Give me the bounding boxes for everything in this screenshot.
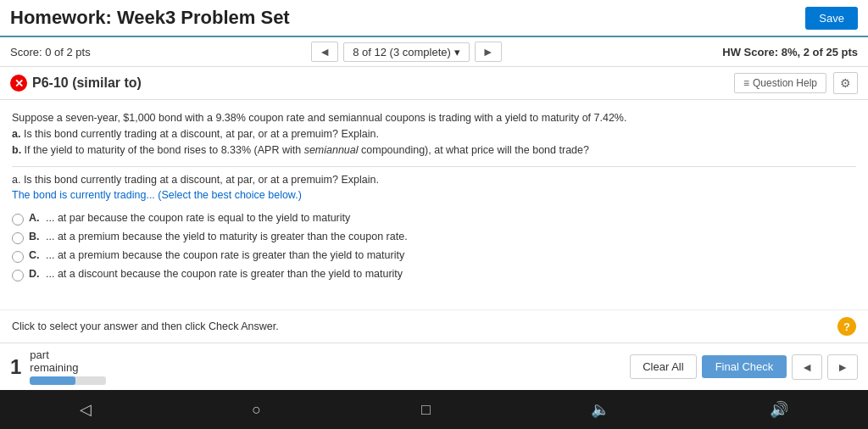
hw-score: HW Score: 8%, 2 of 25 pts xyxy=(722,46,858,58)
hw-score-label: HW Score: xyxy=(722,46,778,58)
page-title: Homework: Week3 Problem Set xyxy=(10,7,290,29)
list-icon: ≡ xyxy=(743,77,749,89)
part-number: 1 xyxy=(10,355,21,379)
main-content: Suppose a seven-year, $1,000 bond with a… xyxy=(0,100,868,309)
question-id: ✕ P6-10 (similar to) xyxy=(10,75,142,92)
remaining-word: remaining xyxy=(30,361,78,374)
intro-text: Suppose a seven-year, $1,000 bond with a… xyxy=(12,112,626,124)
save-button[interactable]: Save xyxy=(805,7,858,30)
question-nav: ◄ 8 of 12 (3 complete) ▾ ► xyxy=(311,42,501,62)
radio-d[interactable] xyxy=(12,270,24,281)
part-b-text: If the yield to maturity of the bond ris… xyxy=(25,144,589,156)
android-nav-bar: ◁ ○ □ 🔈 🔊 xyxy=(0,390,868,429)
option-c-letter: C. xyxy=(29,249,41,261)
part-a-text: Is this bond currently trading at a disc… xyxy=(24,128,379,140)
error-icon: ✕ xyxy=(10,75,27,92)
help-icon[interactable]: ? xyxy=(837,317,856,336)
footer-bar: 1 part remaining Clear All Final Check ◄… xyxy=(0,343,868,390)
android-vol-down-button[interactable]: 🔈 xyxy=(574,397,626,422)
question-help-button[interactable]: ≡ Question Help xyxy=(734,73,826,93)
part-a-question: a. Is this bond currently trading at a d… xyxy=(12,174,856,186)
click-prompt-bar: Click to select your answer and then cli… xyxy=(0,309,868,343)
option-a-letter: A. xyxy=(29,212,41,224)
part-remaining-label: part remaining xyxy=(30,348,106,374)
part-word: part xyxy=(30,348,48,361)
question-header: ✕ P6-10 (similar to) ≡ Question Help ⚙ xyxy=(0,67,868,100)
option-b-text: ... at a premium because the yield to ma… xyxy=(46,231,408,242)
nav-next-button[interactable]: ► xyxy=(475,42,502,62)
android-recents-button[interactable]: □ xyxy=(404,398,448,422)
gear-icon: ⚙ xyxy=(840,76,851,90)
footer-left: 1 part remaining xyxy=(10,348,106,385)
question-actions: ≡ Question Help ⚙ xyxy=(734,72,858,94)
radio-a[interactable] xyxy=(12,214,24,226)
click-prompt-text: Click to select your answer and then cli… xyxy=(12,320,279,332)
progress-bar xyxy=(30,376,106,385)
clear-all-button[interactable]: Clear All xyxy=(630,354,696,379)
final-check-button[interactable]: Final Check xyxy=(702,355,787,378)
part-b-label: b. xyxy=(12,144,21,156)
option-d-letter: D. xyxy=(29,268,41,280)
part-a-question-text: a. Is this bond currently trading at a d… xyxy=(12,174,379,186)
option-d-text: ... at a discount because the coupon rat… xyxy=(46,268,403,280)
question-id-label: P6-10 (similar to) xyxy=(32,75,142,91)
select-prompt: The bond is currently trading... (Select… xyxy=(12,189,856,201)
divider-1 xyxy=(12,166,856,167)
score-value: 0 of 2 pts xyxy=(45,46,90,58)
option-b-letter: B. xyxy=(29,231,41,242)
radio-b[interactable] xyxy=(12,232,24,244)
android-home-button[interactable]: ○ xyxy=(235,398,278,422)
score-label: Score: xyxy=(10,46,42,58)
nav-prev-button[interactable]: ◄ xyxy=(311,42,338,62)
option-d: D. ... at a discount because the coupon … xyxy=(12,265,856,284)
footer-nav-next-button[interactable]: ► xyxy=(827,354,858,380)
nav-info-text: 8 of 12 (3 complete) xyxy=(353,46,451,58)
score-display: Score: 0 of 2 pts xyxy=(10,46,91,58)
options-list: A. ... at par because the coupon rate is… xyxy=(12,209,856,284)
part-remaining-info: part remaining xyxy=(30,348,106,385)
settings-button[interactable]: ⚙ xyxy=(833,72,858,94)
option-a: A. ... at par because the coupon rate is… xyxy=(12,209,856,228)
option-c: C. ... at a premium because the coupon r… xyxy=(12,247,856,265)
nav-dropdown-icon: ▾ xyxy=(454,46,460,58)
option-b: B. ... at a premium because the yield to… xyxy=(12,228,856,247)
header-bar: Homework: Week3 Problem Set Save xyxy=(0,0,868,37)
progress-bar-fill xyxy=(30,376,75,385)
problem-intro: Suppose a seven-year, $1,000 bond with a… xyxy=(12,110,856,158)
android-vol-up-button[interactable]: 🔊 xyxy=(753,397,805,422)
hw-score-value: 8%, 2 of 25 pts xyxy=(782,46,858,58)
select-prompt-text: The bond is currently trading... (Select… xyxy=(12,189,302,201)
part-a-label: a. xyxy=(12,128,20,140)
nav-info[interactable]: 8 of 12 (3 complete) ▾ xyxy=(343,42,470,62)
radio-c[interactable] xyxy=(12,251,24,263)
footer-nav-prev-button[interactable]: ◄ xyxy=(792,354,822,380)
option-c-text: ... at a premium because the coupon rate… xyxy=(46,249,404,261)
android-back-button[interactable]: ◁ xyxy=(63,397,108,422)
score-bar: Score: 0 of 2 pts ◄ 8 of 12 (3 complete)… xyxy=(0,37,868,67)
option-a-text: ... at par because the coupon rate is eq… xyxy=(46,212,350,224)
question-help-label: Question Help xyxy=(753,77,817,89)
footer-right: Clear All Final Check ◄ ► xyxy=(630,354,858,380)
